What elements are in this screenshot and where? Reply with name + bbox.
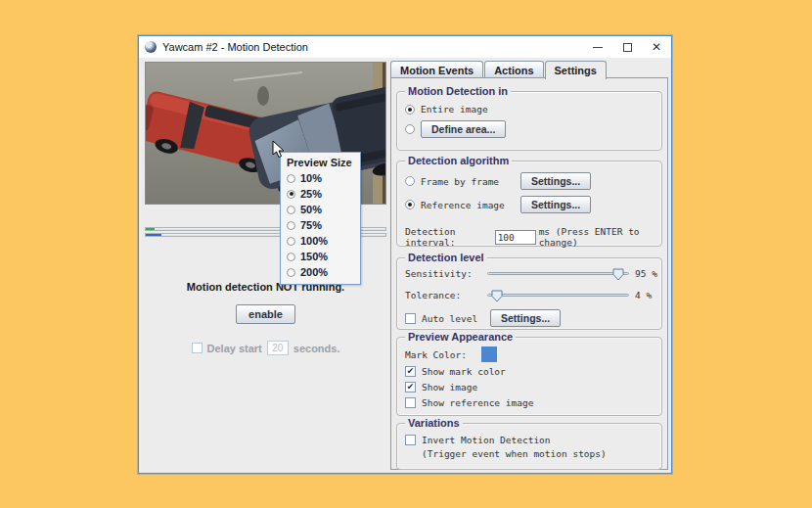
mark-color-label: Mark Color: [405,349,475,360]
show-image-checkbox[interactable] [405,382,416,393]
entire-image-radio[interactable] [405,105,415,115]
sensitivity-slider-thumb[interactable] [612,268,624,281]
meter-fill-blue [146,234,161,236]
show-mark-color-label: Show mark color [422,366,506,377]
show-mark-color-checkbox[interactable] [405,366,416,377]
reference-image-settings-button[interactable]: Settings... [520,196,591,213]
yawcam-motion-detection-window: Yawcam #2 - Motion Detection ✕ [138,35,672,474]
radio-icon [287,268,295,277]
reference-image-label: Reference image [421,200,515,210]
radio-icon [287,206,295,214]
menu-item-25[interactable]: 25% [281,186,360,202]
menu-item-200[interactable]: 200% [281,264,360,280]
group-title: Detection level [405,252,487,264]
group-preview-appearance: Preview Appearance Mark Color: Show mark… [396,337,662,416]
group-detection-algorithm: Detection algorithm Frame by frame Setti… [396,161,662,247]
menu-item-100[interactable]: 100% [281,233,360,249]
entire-image-label: Entire image [421,104,488,115]
detection-interval-field[interactable] [495,230,536,245]
tolerance-slider[interactable] [487,294,629,297]
auto-level-settings-button[interactable]: Settings... [490,309,561,327]
invert-trigger-note: (Trigger event when motion stops) [422,448,607,459]
meter-fill-green [146,228,155,230]
group-detection-level: Detection level Sensitivity: 95 % Tolera… [396,257,662,330]
menu-item-50[interactable]: 50% [281,202,360,217]
radio-icon [287,221,295,230]
enable-button[interactable]: enable [236,304,295,324]
maximize-icon [623,43,632,52]
radio-icon [287,253,295,261]
delay-seconds-field[interactable] [267,341,289,355]
tolerance-slider-thumb[interactable] [491,290,503,302]
show-image-label: Show image [422,382,477,393]
popup-title: Preview Size [281,156,360,170]
yawcam-app-icon [145,41,157,53]
maximize-button[interactable] [612,36,642,58]
settings-tab-panel: Motion Detection in Entire image Define … [390,77,668,470]
delay-seconds-suffix: seconds. [293,343,340,354]
show-reference-image-checkbox[interactable] [405,397,416,408]
auto-level-label: Auto level [422,313,484,324]
close-icon: ✕ [652,41,661,53]
mouse-cursor-icon [272,140,285,159]
minimize-button[interactable] [583,36,612,58]
tolerance-label: Tolerance: [405,290,481,300]
reference-image-radio[interactable] [405,200,415,209]
frame-by-frame-settings-button[interactable]: Settings... [520,172,591,190]
group-title: Variations [405,417,463,430]
group-motion-detection-in: Motion Detection in Entire image Define … [396,91,662,151]
tab-motion-events[interactable]: Motion Events [390,61,483,78]
mark-color-swatch[interactable] [481,346,497,362]
group-title: Preview Appearance [405,331,516,344]
tab-actions[interactable]: Actions [484,61,543,78]
sensitivity-slider[interactable] [487,272,629,275]
titlebar[interactable]: Yawcam #2 - Motion Detection ✕ [139,36,671,58]
menu-item-10[interactable]: 10% [281,170,360,186]
frame-by-frame-label: Frame by frame [421,176,515,187]
window-client-area: Motion detection NOT running. enable Del… [139,58,671,473]
tolerance-value: 4 % [635,290,652,300]
tab-settings[interactable]: Settings [545,61,607,79]
close-button[interactable]: ✕ [642,36,671,58]
define-area-radio[interactable] [405,124,415,134]
frame-by-frame-radio[interactable] [405,176,415,186]
radio-icon [287,237,295,246]
menu-item-150[interactable]: 150% [281,249,360,264]
detection-interval-suffix: ms (Press ENTER to change) [539,226,661,248]
auto-level-checkbox[interactable] [405,313,416,324]
desktop-background: Yawcam #2 - Motion Detection ✕ [0,0,812,508]
preview-size-popup-menu: Preview Size 10% 25% 50% 75% 100% 150% [280,152,361,285]
group-variations: Variations Invert Motion Detection (Trig… [396,423,662,470]
delay-start-label: Delay start [207,343,262,354]
group-title: Motion Detection in [405,85,511,98]
radio-icon [287,174,295,183]
invert-motion-detection-label: Invert Motion Detection [422,435,551,445]
tab-bar: Motion Events Actions Settings [390,59,668,78]
minimize-icon [593,47,603,48]
radio-selected-icon [287,190,295,199]
sensitivity-label: Sensitivity: [405,268,481,279]
show-reference-image-label: Show reference image [422,397,533,408]
menu-item-75[interactable]: 75% [281,217,360,233]
group-title: Detection algorithm [405,155,512,167]
invert-motion-detection-checkbox[interactable] [405,435,416,445]
sensitivity-value: 95 % [635,268,657,279]
window-title: Yawcam #2 - Motion Detection [162,41,308,53]
delay-start-checkbox[interactable] [192,343,203,353]
define-area-button[interactable]: Define area... [421,120,506,138]
detection-interval-label: Detection interval: [405,226,495,248]
